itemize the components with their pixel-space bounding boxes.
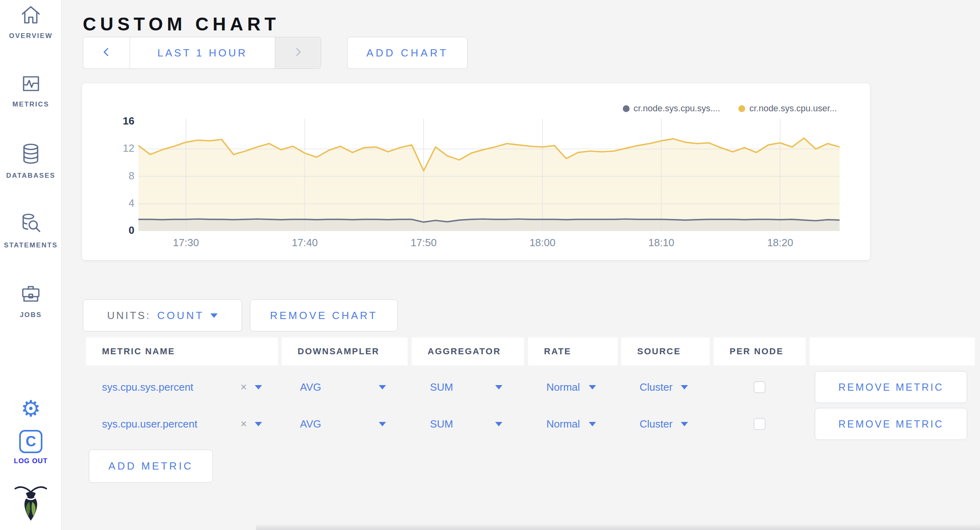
rate-dropdown[interactable]: Normal bbox=[528, 408, 618, 440]
y-tick-label: 4 bbox=[96, 197, 134, 209]
chevron-down-icon bbox=[681, 385, 688, 389]
legend-entry[interactable]: cr.node.sys.cpu.sys.... bbox=[623, 103, 720, 114]
chevron-down-icon bbox=[379, 385, 386, 389]
column-header-downsampler: DOWNSAMPLER bbox=[282, 337, 408, 365]
x-tick-label: 18:00 bbox=[518, 237, 566, 249]
table-row: sys.cpu.sys.percent × AVG SUM Normal Clu… bbox=[86, 371, 975, 403]
metric-name-cell: sys.cpu.sys.percent × bbox=[86, 371, 278, 403]
legend-dot-icon bbox=[623, 105, 630, 112]
sidebar-item-overview[interactable]: OVERVIEW bbox=[0, 5, 62, 40]
x-tick-label: 17:50 bbox=[400, 237, 448, 249]
sidebar-item-jobs[interactable]: JOBS bbox=[0, 283, 62, 319]
scroll-shadow bbox=[256, 524, 980, 530]
aggregator-dropdown[interactable]: SUM bbox=[412, 371, 524, 403]
metrics-table: METRIC NAME DOWNSAMPLER AGGREGATOR RATE … bbox=[86, 337, 975, 474]
column-header-actions bbox=[810, 337, 975, 365]
chart-panel: cr.node.sys.cpu.sys.... cr.node.sys.cpu.… bbox=[82, 83, 870, 260]
clear-metric-icon[interactable]: × bbox=[240, 382, 247, 393]
chevron-down-icon bbox=[210, 313, 218, 318]
chevron-down-icon bbox=[589, 385, 596, 389]
logout-button[interactable]: C LOG OUT bbox=[0, 430, 62, 465]
x-tick-label: 17:40 bbox=[281, 237, 329, 249]
downsampler-dropdown[interactable]: AVG bbox=[282, 371, 408, 403]
per-node-checkbox[interactable] bbox=[754, 381, 766, 393]
sidebar-item-label: STATEMENTS bbox=[4, 241, 58, 249]
legend-label: cr.node.sys.cpu.sys.... bbox=[634, 103, 720, 114]
chevron-down-icon bbox=[379, 422, 386, 426]
database-icon bbox=[20, 143, 41, 167]
aggregator-dropdown[interactable]: SUM bbox=[412, 408, 524, 440]
y-tick-label: 12 bbox=[96, 142, 134, 155]
source-dropdown[interactable]: Cluster bbox=[621, 408, 710, 440]
home-icon bbox=[20, 5, 41, 27]
sidebar-item-label: DATABASES bbox=[6, 172, 55, 180]
chevron-down-icon[interactable] bbox=[255, 422, 262, 426]
column-header-rate: RATE bbox=[528, 337, 618, 365]
column-header-aggregator: AGGREGATOR bbox=[412, 337, 524, 365]
briefcase-icon bbox=[20, 283, 42, 306]
per-node-cell bbox=[714, 408, 806, 440]
chevron-left-icon bbox=[101, 46, 112, 59]
time-range-dropdown[interactable]: LAST 1 HOUR bbox=[130, 37, 275, 68]
sidebar-item-label: JOBS bbox=[20, 311, 42, 319]
chevron-down-icon bbox=[589, 422, 596, 426]
cockroachdb-bug-logo bbox=[13, 482, 48, 524]
time-range-next-button[interactable] bbox=[275, 37, 321, 68]
time-range-prev-button[interactable] bbox=[83, 37, 130, 68]
remove-chart-button[interactable]: REMOVE CHART bbox=[250, 299, 398, 331]
chevron-down-icon bbox=[495, 422, 502, 426]
per-node-cell bbox=[714, 371, 806, 403]
x-tick-label: 18:10 bbox=[637, 237, 685, 249]
statements-search-icon bbox=[20, 213, 42, 237]
settings-gear-item[interactable]: ⚙ bbox=[0, 398, 62, 420]
gear-icon: ⚙ bbox=[21, 398, 41, 420]
metrics-graph-icon bbox=[20, 73, 41, 96]
add-chart-button[interactable]: ADD CHART bbox=[347, 37, 468, 69]
remove-metric-button[interactable]: REMOVE METRIC bbox=[815, 408, 967, 440]
units-value: COUNT bbox=[157, 309, 204, 322]
chevron-down-icon bbox=[495, 385, 502, 389]
sidebar: OVERVIEW METRICS DATABASES STATEMENTS JO bbox=[0, 0, 62, 530]
source-dropdown[interactable]: Cluster bbox=[621, 371, 710, 403]
logout-label: LOG OUT bbox=[14, 457, 48, 465]
column-header-per-node: PER NODE bbox=[714, 337, 806, 365]
chevron-right-icon bbox=[292, 46, 304, 59]
clear-metric-icon[interactable]: × bbox=[240, 419, 247, 430]
x-tick-label: 18:20 bbox=[756, 237, 804, 249]
sidebar-item-metrics[interactable]: METRICS bbox=[0, 73, 62, 108]
table-row: sys.cpu.user.percent × AVG SUM Normal Cl… bbox=[86, 408, 975, 440]
units-label: UNITS: bbox=[107, 309, 151, 322]
y-tick-label: 0 bbox=[96, 224, 134, 237]
metric-name-value: sys.cpu.sys.percent bbox=[102, 381, 193, 393]
rate-dropdown[interactable]: Normal bbox=[528, 371, 618, 403]
x-tick-label: 17:30 bbox=[162, 237, 210, 249]
page-title: CUSTOM CHART bbox=[83, 12, 280, 36]
metric-name-cell: sys.cpu.user.percent × bbox=[86, 408, 278, 440]
chart-legend: cr.node.sys.cpu.sys.... cr.node.sys.cpu.… bbox=[623, 103, 837, 114]
metric-name-value: sys.cpu.user.percent bbox=[102, 418, 197, 430]
y-tick-label: 8 bbox=[96, 170, 134, 182]
cockroach-c-icon: C bbox=[19, 430, 42, 453]
column-header-source: SOURCE bbox=[621, 337, 710, 365]
y-tick-label: 16 bbox=[96, 115, 134, 127]
legend-label: cr.node.sys.cpu.user... bbox=[749, 103, 837, 114]
sidebar-item-statements[interactable]: STATEMENTS bbox=[0, 213, 62, 249]
custom-chart-page: OVERVIEW METRICS DATABASES STATEMENTS JO bbox=[0, 0, 980, 530]
units-dropdown[interactable]: UNITS: COUNT bbox=[83, 299, 242, 331]
sidebar-item-label: METRICS bbox=[12, 100, 49, 108]
add-metric-button[interactable]: ADD METRIC bbox=[89, 450, 213, 483]
sidebar-item-databases[interactable]: DATABASES bbox=[0, 143, 62, 180]
sidebar-item-label: OVERVIEW bbox=[9, 32, 53, 40]
chevron-down-icon bbox=[681, 422, 688, 426]
legend-entry[interactable]: cr.node.sys.cpu.user... bbox=[738, 103, 837, 114]
legend-dot-icon bbox=[738, 105, 745, 112]
remove-metric-button[interactable]: REMOVE METRIC bbox=[815, 371, 967, 403]
per-node-checkbox[interactable] bbox=[754, 418, 766, 430]
time-range-selector: LAST 1 HOUR bbox=[83, 37, 321, 69]
downsampler-dropdown[interactable]: AVG bbox=[282, 408, 408, 440]
line-chart-plot[interactable] bbox=[138, 122, 840, 231]
column-header-metric-name: METRIC NAME bbox=[86, 337, 278, 365]
chevron-down-icon[interactable] bbox=[255, 385, 262, 389]
